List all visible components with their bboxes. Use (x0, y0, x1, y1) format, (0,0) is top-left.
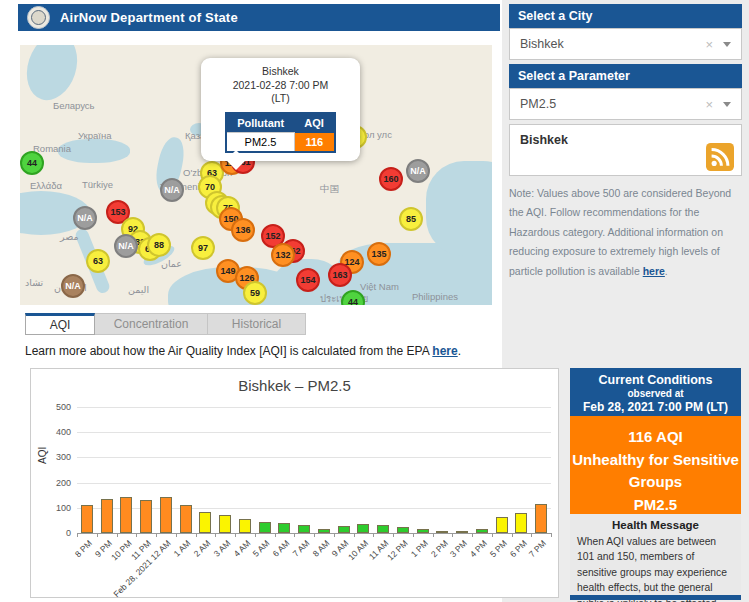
rss-icon[interactable] (706, 143, 734, 171)
map[interactable]: БеларусьУкраїнаRomaniaΕλλάδαTürkiyeҚазақ… (20, 45, 492, 305)
aqi-marker[interactable]: 160 (379, 167, 403, 191)
chart-axis-tick (196, 533, 197, 537)
select-city-header: Select a City (509, 4, 742, 28)
popup-pollutant-value: PM2.5 (226, 132, 294, 152)
chart-axis-tick (433, 533, 434, 537)
chart-bar[interactable] (535, 504, 547, 533)
chart-bar[interactable] (417, 529, 429, 533)
aqi-marker[interactable]: 136 (231, 218, 255, 242)
parameter-clear-icon[interactable]: × (705, 97, 713, 112)
city-clear-icon[interactable]: × (705, 37, 713, 52)
city-chevron-down-icon[interactable] (723, 42, 731, 47)
tab-bar: AQI Concentration Historical (25, 313, 306, 335)
chart-bar[interactable] (476, 529, 488, 534)
aqi-marker[interactable]: 135 (367, 242, 391, 266)
chart-bar[interactable] (278, 523, 290, 533)
aqi-marker[interactable]: N/A (114, 234, 138, 258)
observed-at-label: observed at (574, 388, 737, 399)
note-text: Note: Values above 500 are considered Be… (509, 187, 731, 277)
chart-x-tick-label: 10 AM (346, 538, 370, 562)
chart-bar[interactable] (219, 515, 231, 533)
chart-bar[interactable] (259, 522, 271, 533)
chart-bar[interactable] (81, 505, 93, 533)
aqi-marker[interactable]: 97 (191, 236, 215, 260)
map-place-label: Україна (78, 130, 112, 141)
tab-historical[interactable]: Historical (208, 313, 306, 335)
tab-concentration[interactable]: Concentration (95, 313, 208, 335)
sea-shape (426, 161, 492, 256)
state-department-seal-icon (27, 6, 50, 29)
city-select[interactable]: Bishkek × (509, 28, 742, 60)
chart-x-tick-label: 3 AM (211, 538, 232, 559)
aqi-marker[interactable]: 63 (86, 249, 110, 273)
app-header: AirNow Department of State (18, 4, 500, 31)
chart-bar[interactable] (101, 499, 113, 533)
chart-bar[interactable] (496, 517, 508, 533)
aqi-marker[interactable]: N/A (61, 274, 85, 298)
epa-here-link[interactable]: here (432, 344, 457, 358)
current-aqi-category-1: Unhealthy for Sensitive (570, 449, 741, 472)
rss-feed-box: Bishkek (509, 124, 742, 176)
popup-datetime: 2021-02-28 7:00 PM (207, 79, 354, 93)
chart-axis-tick (117, 533, 118, 537)
chart-bar[interactable] (338, 526, 350, 533)
chart-y-tick-label: 300 (45, 452, 71, 462)
chart-gridline (77, 457, 551, 458)
aqi-marker[interactable]: 132 (271, 243, 295, 267)
map-place-label: عمان (161, 258, 182, 269)
parameter-select[interactable]: PM2.5 × (509, 88, 742, 120)
chart-x-tick-label: 4 PM (468, 538, 489, 559)
chart-bar[interactable] (160, 497, 172, 534)
aqi-marker[interactable]: 154 (296, 268, 320, 292)
aqi-marker[interactable]: 163 (328, 263, 352, 287)
aqi-marker[interactable]: 59 (243, 281, 267, 305)
aqi-marker[interactable]: 44 (20, 151, 44, 175)
chart-bar[interactable] (239, 519, 251, 533)
chart-axis-tick (97, 533, 98, 537)
chart-bar[interactable] (357, 524, 369, 533)
chart-axis-tick (492, 533, 493, 537)
chart-axis-tick (512, 533, 513, 537)
chart-bar[interactable] (456, 531, 468, 534)
chart-bar[interactable] (298, 525, 310, 533)
map-place-label: Türkiye (82, 179, 113, 190)
chart-x-tick-label: 8 PM (73, 538, 94, 559)
aqi-marker[interactable]: 88 (147, 233, 171, 257)
chart-x-tick-label: 4 AM (231, 538, 252, 559)
chart-bar[interactable] (140, 500, 152, 533)
aqi-marker[interactable]: N/A (73, 206, 97, 230)
popup-col-pollutant: Pollutant (226, 113, 294, 133)
chart-bar[interactable] (180, 505, 192, 533)
note-here-link[interactable]: here (643, 265, 665, 277)
chart-bar[interactable] (515, 513, 527, 533)
aqi-marker[interactable]: N/A (406, 159, 430, 183)
chart-axis-tick (452, 533, 453, 537)
chart-x-tick-label: 1 AM (172, 538, 193, 559)
chart-bar[interactable] (397, 527, 409, 533)
chart-axis-tick (472, 533, 473, 537)
chart-bar[interactable] (436, 531, 448, 533)
popup-timezone: (LT) (207, 92, 354, 106)
aqi-marker[interactable]: 85 (399, 207, 423, 231)
chart-axis-tick (314, 533, 315, 537)
current-conditions-header: Current Conditions observed at Feb 28, 2… (570, 368, 741, 416)
chart-bar[interactable] (199, 512, 211, 533)
chart-gridline (77, 432, 551, 433)
popup-col-aqi: AQI (294, 113, 335, 133)
chart-bar[interactable] (318, 529, 330, 534)
map-place-label: Беларусь (53, 100, 95, 111)
aqi-marker[interactable]: N/A (160, 178, 184, 202)
chart-x-tick-label: 8 AM (310, 538, 331, 559)
chart-bar[interactable] (120, 497, 132, 534)
chart-y-tick-label: 0 (45, 528, 71, 538)
chart-gridline (77, 483, 551, 484)
chart-axis-tick (294, 533, 295, 537)
current-conditions-footer (570, 595, 741, 600)
tab-aqi[interactable]: AQI (25, 313, 95, 335)
chart-bar[interactable] (377, 525, 389, 533)
select-city-panel: Select a City Bishkek × (509, 4, 742, 60)
chart-x-tick-label: 2 PM (428, 538, 449, 559)
parameter-select-value: PM2.5 (510, 97, 705, 111)
learn-more-before: Learn more about how the Air Quality Ind… (25, 344, 432, 358)
parameter-chevron-down-icon[interactable] (723, 102, 731, 107)
